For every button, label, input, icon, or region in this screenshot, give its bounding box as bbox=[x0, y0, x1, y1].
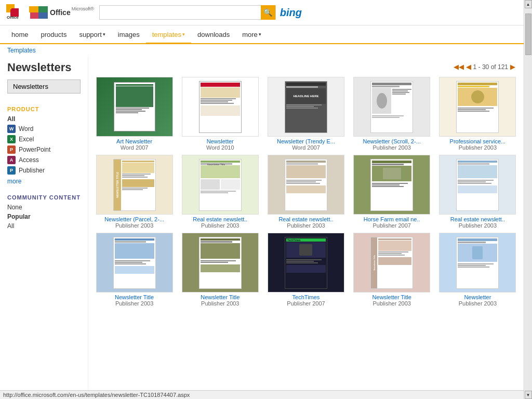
svg-rect-7 bbox=[30, 12, 38, 19]
svg-rect-3 bbox=[6, 4, 11, 9]
template-card-13[interactable]: Newsletter Title Newsletter Title P bbox=[351, 233, 433, 307]
template-name-1[interactable]: Newsletter bbox=[207, 138, 234, 144]
template-thumb-0 bbox=[96, 77, 173, 137]
template-name-3[interactable]: Newsletter (Scroll, 2-... bbox=[363, 138, 421, 144]
template-name-10[interactable]: Newsletter Title bbox=[115, 294, 154, 300]
template-app-1: Word 2010 bbox=[206, 144, 234, 151]
search-button[interactable]: 🔍 bbox=[261, 5, 275, 20]
filter-access-label: Access bbox=[19, 156, 39, 164]
bing-logo: bing bbox=[280, 7, 302, 19]
template-thumb-11 bbox=[182, 233, 259, 292]
template-thumb-12: TechTimes bbox=[268, 233, 344, 292]
scroll-track[interactable] bbox=[525, 8, 532, 391]
community-all[interactable]: All bbox=[7, 221, 81, 231]
template-app-4: Publisher 2003 bbox=[459, 144, 497, 151]
template-thumb-13: Newsletter Title bbox=[353, 233, 430, 292]
template-card-1[interactable]: Newsletter Word 2010 bbox=[179, 77, 261, 151]
template-name-2[interactable]: Newsletter (Trendy E... bbox=[277, 138, 335, 144]
filter-powerpoint[interactable]: P PowerPoint bbox=[7, 144, 81, 155]
template-app-8: Publisher 2007 bbox=[373, 222, 411, 229]
filter-access[interactable]: A Access bbox=[7, 155, 81, 165]
search-bar[interactable]: 🔍 bbox=[99, 5, 276, 20]
template-card-9[interactable]: Real estate newslett.. Publisher 2003 bbox=[437, 155, 518, 229]
template-name-6[interactable]: Real estate newslett.. bbox=[193, 216, 247, 222]
template-card-3[interactable]: Newsletter (Scroll, 2-... Publisher 2003 bbox=[351, 77, 433, 151]
status-bar: http://office.microsoft.com/en-us/templa… bbox=[0, 390, 524, 399]
nav-templates[interactable]: templates ▾ bbox=[146, 26, 191, 44]
community-popular[interactable]: Popular bbox=[7, 212, 81, 221]
nav-more[interactable]: more ▾ bbox=[236, 26, 268, 43]
template-card-5[interactable]: NEWSLETTER TITLE bbox=[94, 155, 175, 229]
template-card-2[interactable]: HEADLINE HERE Newsletter (Trendy E... Wo… bbox=[265, 77, 347, 151]
template-thumb-6: Newsletter Title bbox=[182, 155, 259, 215]
template-card-12[interactable]: TechTimes TechTimes Publisher 2007 bbox=[265, 233, 347, 307]
template-thumb-14 bbox=[439, 233, 516, 292]
template-name-13[interactable]: Newsletter Title bbox=[373, 294, 411, 300]
filter-publisher[interactable]: P Publisher bbox=[7, 165, 81, 176]
filter-word[interactable]: W Word bbox=[7, 124, 81, 134]
template-card-11[interactable]: Newsletter Title Publisher 2003 bbox=[179, 233, 261, 307]
scroll-up-btn[interactable]: ▲ bbox=[525, 0, 532, 8]
breadcrumb[interactable]: Templates bbox=[0, 44, 532, 57]
templates-arrow-icon: ▾ bbox=[182, 32, 185, 37]
nav-products[interactable]: products bbox=[35, 26, 73, 43]
pagination-bar: ◀◀ ◀ 1 - 30 of 121 ▶ bbox=[94, 61, 518, 73]
nav-home[interactable]: home bbox=[5, 26, 35, 43]
logo-area: Office Microsoft® bbox=[29, 6, 94, 19]
more-filters-link[interactable]: more bbox=[7, 178, 81, 185]
product-section-label: PRODUCT bbox=[7, 106, 81, 112]
template-card-8[interactable]: Horse Farm email ne.. Publisher 2007 bbox=[351, 155, 433, 229]
svg-rect-4 bbox=[11, 4, 15, 7]
template-app-13: Publisher 2003 bbox=[373, 300, 411, 307]
prev-page-btn[interactable]: ◀ bbox=[466, 63, 471, 71]
template-name-4[interactable]: Professional service... bbox=[450, 138, 506, 144]
template-name-7[interactable]: Real estate newslett.. bbox=[278, 216, 333, 222]
scrollbar[interactable]: ▲ ▼ bbox=[524, 0, 532, 399]
support-arrow-icon: ▾ bbox=[103, 32, 105, 37]
template-name-5[interactable]: Newsletter (Parcel, 2-... bbox=[104, 216, 164, 222]
template-card-0[interactable]: Art Newsletter Word 2007 bbox=[94, 77, 175, 151]
template-app-9: Publisher 2003 bbox=[459, 222, 497, 229]
access-icon: A bbox=[7, 156, 16, 164]
template-card-4[interactable]: Professional service... Publisher 2003 bbox=[437, 77, 518, 151]
template-app-5: Publisher 2003 bbox=[115, 222, 153, 229]
template-name-11[interactable]: Newsletter Title bbox=[201, 294, 240, 300]
template-card-10[interactable]: Newsletter Title Publisher 2003 bbox=[94, 233, 175, 307]
template-name-8[interactable]: Horse Farm email ne.. bbox=[364, 216, 420, 222]
template-app-0: Word 2007 bbox=[121, 144, 149, 151]
template-name-9[interactable]: Real estate newslett.. bbox=[450, 216, 505, 222]
template-card-6[interactable]: Newsletter Title Real estate newslett.. … bbox=[179, 155, 261, 229]
template-name-12[interactable]: TechTimes bbox=[292, 294, 320, 300]
first-page-btn[interactable]: ◀◀ bbox=[454, 63, 464, 71]
filter-excel[interactable]: X Excel bbox=[7, 134, 81, 144]
template-card-7[interactable]: Real estate newslett.. Publisher 2003 bbox=[265, 155, 347, 229]
template-name-14[interactable]: Newsletter bbox=[464, 294, 491, 300]
main-area: Newsletters Newsletters PRODUCT All W Wo… bbox=[0, 57, 524, 399]
pagination-info: 1 - 30 of 121 bbox=[473, 63, 508, 71]
more-arrow-icon: ▾ bbox=[259, 32, 261, 37]
template-grid-row3: Newsletter Title Publisher 2003 Newslett… bbox=[94, 233, 518, 307]
excel-icon: X bbox=[7, 135, 16, 143]
scroll-thumb[interactable] bbox=[525, 14, 531, 55]
template-app-2: Word 2007 bbox=[292, 144, 320, 151]
next-page-btn[interactable]: ▶ bbox=[510, 63, 515, 71]
nav-images[interactable]: images bbox=[112, 26, 146, 43]
scroll-down-btn[interactable]: ▼ bbox=[525, 391, 532, 399]
word-icon: W bbox=[7, 125, 16, 133]
newsletters-filter-btn[interactable]: Newsletters bbox=[7, 79, 81, 94]
template-name-0[interactable]: Art Newsletter bbox=[116, 138, 152, 144]
nav-templates-label: templates bbox=[152, 31, 181, 38]
office-text: Office bbox=[50, 8, 71, 17]
nav-support[interactable]: support ▾ bbox=[73, 26, 111, 43]
filter-all[interactable]: All bbox=[7, 114, 81, 124]
community-none[interactable]: None bbox=[7, 203, 81, 212]
template-grid-row2: NEWSLETTER TITLE bbox=[94, 155, 518, 229]
nav-downloads[interactable]: downloads bbox=[191, 26, 236, 43]
sidebar: Newsletters Newsletters PRODUCT All W Wo… bbox=[0, 57, 88, 399]
template-card-14[interactable]: Newsletter Publisher 2003 bbox=[437, 233, 518, 307]
powerpoint-icon: P bbox=[7, 145, 16, 154]
search-input[interactable] bbox=[100, 6, 261, 19]
template-thumb-3 bbox=[353, 77, 430, 137]
nav-support-label: support bbox=[79, 31, 101, 38]
content-area: ◀◀ ◀ 1 - 30 of 121 ▶ Art bbox=[88, 57, 524, 399]
